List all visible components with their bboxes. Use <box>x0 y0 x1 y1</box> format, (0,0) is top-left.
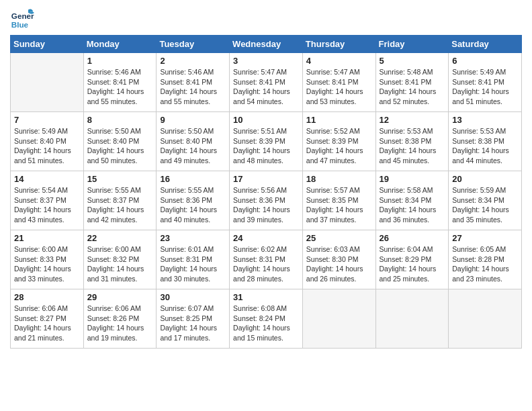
day-number: 29 <box>87 292 153 302</box>
calendar-cell: 30Sunrise: 6:07 AM Sunset: 8:25 PM Dayli… <box>157 289 230 349</box>
day-number: 1 <box>87 56 153 66</box>
calendar-cell: 14Sunrise: 5:54 AM Sunset: 8:37 PM Dayli… <box>11 171 84 230</box>
day-info: Sunrise: 6:07 AM Sunset: 8:25 PM Dayligh… <box>160 304 226 343</box>
day-info: Sunrise: 5:58 AM Sunset: 8:34 PM Dayligh… <box>380 185 445 225</box>
calendar-cell: 12Sunrise: 5:53 AM Sunset: 8:38 PM Dayli… <box>375 112 449 171</box>
day-number: 5 <box>380 56 445 66</box>
day-number: 31 <box>233 292 299 302</box>
day-info: Sunrise: 6:06 AM Sunset: 8:27 PM Dayligh… <box>14 304 80 343</box>
week-row-5: 28Sunrise: 6:06 AM Sunset: 8:27 PM Dayli… <box>11 289 522 349</box>
header-monday: Monday <box>83 36 157 53</box>
day-number: 19 <box>380 174 445 184</box>
day-number: 26 <box>380 233 445 243</box>
day-number: 10 <box>233 115 299 125</box>
day-info: Sunrise: 6:00 AM Sunset: 8:33 PM Dayligh… <box>14 244 80 284</box>
day-info: Sunrise: 5:52 AM Sunset: 8:39 PM Dayligh… <box>306 126 372 166</box>
logo: General Blue <box>10 7 37 31</box>
calendar-cell: 24Sunrise: 6:02 AM Sunset: 8:31 PM Dayli… <box>230 230 303 289</box>
day-number: 30 <box>160 292 226 302</box>
calendar-cell: 9Sunrise: 5:50 AM Sunset: 8:40 PM Daylig… <box>157 112 230 171</box>
day-info: Sunrise: 5:51 AM Sunset: 8:39 PM Dayligh… <box>233 126 299 166</box>
day-info: Sunrise: 5:46 AM Sunset: 8:41 PM Dayligh… <box>87 67 153 107</box>
calendar-cell <box>11 53 84 112</box>
week-row-4: 21Sunrise: 6:00 AM Sunset: 8:33 PM Dayli… <box>11 230 522 289</box>
header-thursday: Thursday <box>302 36 375 53</box>
day-number: 6 <box>452 56 518 66</box>
calendar-cell: 8Sunrise: 5:50 AM Sunset: 8:40 PM Daylig… <box>83 112 157 171</box>
day-number: 17 <box>233 174 299 184</box>
week-row-1: 1Sunrise: 5:46 AM Sunset: 8:41 PM Daylig… <box>11 53 522 112</box>
calendar-table: SundayMondayTuesdayWednesdayThursdayFrid… <box>10 35 522 349</box>
day-number: 4 <box>306 56 372 66</box>
day-info: Sunrise: 6:01 AM Sunset: 8:31 PM Dayligh… <box>160 244 226 284</box>
day-info: Sunrise: 5:56 AM Sunset: 8:36 PM Dayligh… <box>233 185 299 225</box>
header-friday: Friday <box>375 36 449 53</box>
day-number: 15 <box>87 174 153 184</box>
week-row-3: 14Sunrise: 5:54 AM Sunset: 8:37 PM Dayli… <box>11 171 522 230</box>
calendar-cell: 23Sunrise: 6:01 AM Sunset: 8:31 PM Dayli… <box>157 230 230 289</box>
day-number: 16 <box>160 174 226 184</box>
calendar-cell: 4Sunrise: 5:47 AM Sunset: 8:41 PM Daylig… <box>302 53 375 112</box>
day-number: 7 <box>14 115 80 125</box>
header-tuesday: Tuesday <box>157 36 230 53</box>
day-info: Sunrise: 6:04 AM Sunset: 8:29 PM Dayligh… <box>380 244 445 284</box>
calendar-cell: 26Sunrise: 6:04 AM Sunset: 8:29 PM Dayli… <box>375 230 449 289</box>
calendar-cell: 16Sunrise: 5:55 AM Sunset: 8:36 PM Dayli… <box>157 171 230 230</box>
day-number: 18 <box>306 174 372 184</box>
day-number: 2 <box>160 56 226 66</box>
calendar-cell: 5Sunrise: 5:48 AM Sunset: 8:41 PM Daylig… <box>375 53 449 112</box>
calendar-cell: 22Sunrise: 6:00 AM Sunset: 8:32 PM Dayli… <box>83 230 157 289</box>
day-info: Sunrise: 5:53 AM Sunset: 8:38 PM Dayligh… <box>380 126 445 166</box>
day-info: Sunrise: 5:47 AM Sunset: 8:41 PM Dayligh… <box>233 67 299 107</box>
calendar-cell: 18Sunrise: 5:57 AM Sunset: 8:35 PM Dayli… <box>302 171 375 230</box>
calendar-cell: 20Sunrise: 5:59 AM Sunset: 8:34 PM Dayli… <box>449 171 522 230</box>
day-number: 20 <box>452 174 518 184</box>
calendar-cell: 11Sunrise: 5:52 AM Sunset: 8:39 PM Dayli… <box>302 112 375 171</box>
calendar-cell: 1Sunrise: 5:46 AM Sunset: 8:41 PM Daylig… <box>83 53 157 112</box>
day-number: 14 <box>14 174 80 184</box>
calendar-cell <box>302 289 375 349</box>
calendar-cell: 7Sunrise: 5:49 AM Sunset: 8:40 PM Daylig… <box>11 112 84 171</box>
day-info: Sunrise: 5:50 AM Sunset: 8:40 PM Dayligh… <box>160 126 226 166</box>
svg-text:Blue: Blue <box>11 20 29 29</box>
day-info: Sunrise: 5:55 AM Sunset: 8:36 PM Dayligh… <box>160 185 226 225</box>
calendar-cell: 31Sunrise: 6:08 AM Sunset: 8:24 PM Dayli… <box>230 289 303 349</box>
logo-icon: General Blue <box>10 7 34 31</box>
day-info: Sunrise: 5:49 AM Sunset: 8:41 PM Dayligh… <box>452 67 518 107</box>
day-number: 24 <box>233 233 299 243</box>
day-number: 3 <box>233 56 299 66</box>
calendar-header-row: SundayMondayTuesdayWednesdayThursdayFrid… <box>11 36 522 53</box>
day-info: Sunrise: 5:47 AM Sunset: 8:41 PM Dayligh… <box>306 67 372 107</box>
day-info: Sunrise: 5:48 AM Sunset: 8:41 PM Dayligh… <box>380 67 445 107</box>
header-sunday: Sunday <box>11 36 84 53</box>
day-info: Sunrise: 6:00 AM Sunset: 8:32 PM Dayligh… <box>87 244 153 284</box>
calendar-cell: 6Sunrise: 5:49 AM Sunset: 8:41 PM Daylig… <box>449 53 522 112</box>
calendar-cell: 17Sunrise: 5:56 AM Sunset: 8:36 PM Dayli… <box>230 171 303 230</box>
day-number: 28 <box>14 292 80 302</box>
day-info: Sunrise: 5:50 AM Sunset: 8:40 PM Dayligh… <box>87 126 153 166</box>
day-info: Sunrise: 5:57 AM Sunset: 8:35 PM Dayligh… <box>306 185 372 225</box>
day-info: Sunrise: 5:49 AM Sunset: 8:40 PM Dayligh… <box>14 126 80 166</box>
day-info: Sunrise: 6:03 AM Sunset: 8:30 PM Dayligh… <box>306 244 372 284</box>
calendar-cell: 3Sunrise: 5:47 AM Sunset: 8:41 PM Daylig… <box>230 53 303 112</box>
header-saturday: Saturday <box>449 36 522 53</box>
day-number: 8 <box>87 115 153 125</box>
day-number: 11 <box>306 115 372 125</box>
calendar-cell <box>449 289 522 349</box>
calendar-cell: 28Sunrise: 6:06 AM Sunset: 8:27 PM Dayli… <box>11 289 84 349</box>
calendar-cell: 13Sunrise: 5:53 AM Sunset: 8:38 PM Dayli… <box>449 112 522 171</box>
calendar-cell: 15Sunrise: 5:55 AM Sunset: 8:37 PM Dayli… <box>83 171 157 230</box>
calendar-cell: 27Sunrise: 6:05 AM Sunset: 8:28 PM Dayli… <box>449 230 522 289</box>
day-info: Sunrise: 6:06 AM Sunset: 8:26 PM Dayligh… <box>87 304 153 343</box>
day-number: 13 <box>452 115 518 125</box>
day-number: 25 <box>306 233 372 243</box>
day-info: Sunrise: 5:53 AM Sunset: 8:38 PM Dayligh… <box>452 126 518 166</box>
day-info: Sunrise: 6:05 AM Sunset: 8:28 PM Dayligh… <box>452 244 518 284</box>
day-number: 21 <box>14 233 80 243</box>
calendar-cell: 21Sunrise: 6:00 AM Sunset: 8:33 PM Dayli… <box>11 230 84 289</box>
day-info: Sunrise: 5:55 AM Sunset: 8:37 PM Dayligh… <box>87 185 153 225</box>
day-info: Sunrise: 5:59 AM Sunset: 8:34 PM Dayligh… <box>452 185 518 225</box>
calendar-cell: 10Sunrise: 5:51 AM Sunset: 8:39 PM Dayli… <box>230 112 303 171</box>
calendar-cell <box>375 289 449 349</box>
day-number: 22 <box>87 233 153 243</box>
